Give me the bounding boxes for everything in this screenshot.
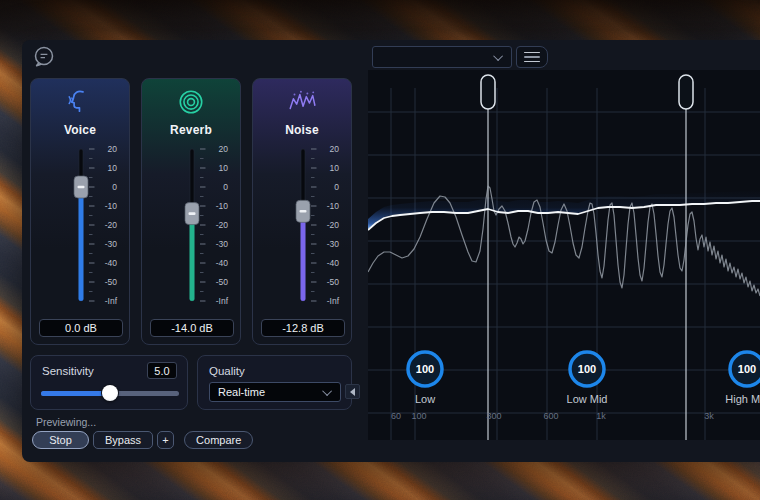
hamburger-menu-button[interactable] — [516, 46, 548, 68]
reverb-gain-fader[interactable]: 20100-10-20-30-40-50-Inf — [142, 141, 241, 306]
band-value: 100 — [738, 363, 756, 375]
fader-tick-label: 0 — [112, 182, 117, 192]
collapse-left-icon — [350, 388, 355, 396]
fader-tick-label: -40 — [105, 258, 118, 268]
slider-fill — [41, 391, 110, 396]
fader-tick-label: -10 — [327, 201, 340, 211]
fader-tick-label: -50 — [327, 277, 340, 287]
chevron-down-icon — [493, 51, 503, 61]
fader-handle-line — [300, 210, 307, 213]
noise-wave-icon — [253, 87, 351, 121]
fader-tick-label: 20 — [219, 144, 229, 154]
module-voice: Voice 20100-10-20-30-40-50-Inf 0.0 dB — [30, 78, 130, 345]
voice-head-icon — [31, 87, 129, 121]
quality-value: Real-time — [218, 386, 325, 398]
fader-fill — [79, 187, 84, 301]
fader-tick-label: -30 — [327, 239, 340, 249]
fader-tick-label: -10 — [216, 201, 229, 211]
fader-tick-label: -40 — [327, 258, 340, 268]
fader-tick-label: -20 — [327, 220, 340, 230]
sensitivity-value[interactable]: 5.0 — [147, 362, 177, 379]
band-value: 100 — [416, 363, 434, 375]
fader-tick-label: -20 — [105, 220, 118, 230]
module-reverb: Reverb 20100-10-20-30-40-50-Inf -14.0 dB — [141, 78, 241, 345]
quality-label: Quality — [209, 365, 245, 377]
freq-label: 600 — [543, 411, 558, 421]
sensitivity-label: Sensitivity — [42, 365, 94, 377]
bypass-button[interactable]: Bypass — [93, 431, 153, 449]
voice-gain-fader[interactable]: 20100-10-20-30-40-50-Inf — [31, 141, 130, 306]
chat-bubble-logo-icon[interactable] — [32, 45, 56, 69]
fader-fill — [301, 211, 306, 301]
freq-label: 300 — [486, 411, 501, 421]
fader-handle-line — [78, 186, 85, 189]
crossover-handle[interactable] — [481, 75, 495, 109]
module-noise: Noise 20100-10-20-30-40-50-Inf -12.8 dB — [252, 78, 352, 345]
fader-tick-label: -50 — [216, 277, 229, 287]
freq-label: 3k — [704, 411, 714, 421]
fader-tick-label: 10 — [330, 163, 340, 173]
band-label: Low Mid — [567, 393, 608, 405]
preset-dropdown[interactable] — [372, 46, 512, 68]
reverb-rings-icon — [142, 87, 240, 121]
quality-dropdown[interactable]: Real-time — [209, 382, 341, 402]
fader-tick-label: 10 — [219, 163, 229, 173]
stop-button[interactable]: Stop — [32, 431, 89, 449]
quality-panel: Quality Real-time — [197, 355, 352, 410]
fader-tick-label: 0 — [223, 182, 228, 192]
preview-status: Previewing... — [36, 416, 96, 428]
transport-bar: Stop Bypass + Compare — [32, 431, 253, 449]
compare-button[interactable]: Compare — [184, 431, 253, 449]
plugin-window: Voice 20100-10-20-30-40-50-Inf 0.0 dB Re… — [22, 40, 760, 462]
fader-tick-label: -Inf — [105, 296, 118, 306]
collapse-panel-button[interactable] — [345, 384, 360, 399]
add-button[interactable]: + — [157, 431, 174, 449]
fader-tick-label: 20 — [330, 144, 340, 154]
fader-tick-label: 10 — [108, 163, 118, 173]
spectrum-display[interactable]: 100Low100Low Mid100High Mid601003006001k… — [368, 70, 760, 440]
freq-label: 100 — [411, 411, 426, 421]
fader-tick-label: -10 — [105, 201, 118, 211]
module-strip: Voice 20100-10-20-30-40-50-Inf 0.0 dB Re… — [30, 78, 352, 345]
module-title: Reverb — [142, 123, 240, 137]
band-value: 100 — [578, 363, 596, 375]
fader-tick-label: -40 — [216, 258, 229, 268]
slider-knob[interactable] — [102, 385, 118, 401]
voice-activity-glow — [368, 190, 760, 229]
fader-tick-label: -Inf — [327, 296, 340, 306]
reverb-gain-value[interactable]: -14.0 dB — [150, 319, 234, 337]
fader-tick-label: -20 — [216, 220, 229, 230]
sensitivity-panel: Sensitivity 5.0 — [30, 355, 188, 410]
band-label: High Mid — [725, 393, 760, 405]
noise-gain-fader[interactable]: 20100-10-20-30-40-50-Inf — [253, 141, 352, 306]
band-label: Low — [415, 393, 435, 405]
sensitivity-slider[interactable] — [41, 384, 179, 402]
fader-tick-label: -Inf — [216, 296, 229, 306]
fader-handle-line — [189, 212, 196, 215]
fader-tick-label: -30 — [216, 239, 229, 249]
fader-tick-label: 20 — [108, 144, 118, 154]
noise-gain-value[interactable]: -12.8 dB — [261, 319, 345, 337]
fader-tick-label: -50 — [105, 277, 118, 287]
fader-tick-label: 0 — [334, 182, 339, 192]
module-title: Voice — [31, 123, 129, 137]
freq-label: 60 — [391, 411, 401, 421]
fader-fill — [190, 214, 195, 301]
fader-tick-label: -30 — [105, 239, 118, 249]
crossover-handle[interactable] — [679, 75, 693, 109]
freq-label: 1k — [596, 411, 606, 421]
voice-gain-value[interactable]: 0.0 dB — [39, 319, 123, 337]
module-title: Noise — [253, 123, 351, 137]
